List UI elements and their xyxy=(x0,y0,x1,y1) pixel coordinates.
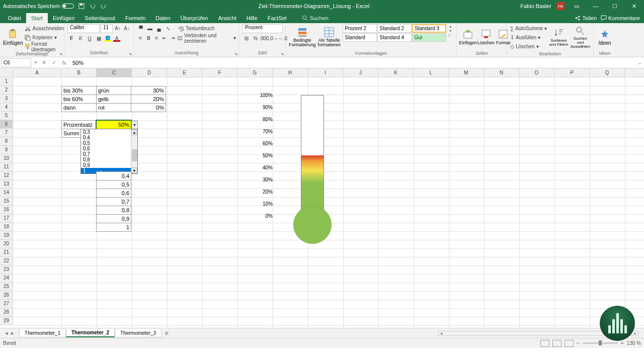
sheet-tab[interactable]: Thermometer_3 xyxy=(115,329,162,337)
undo-icon[interactable] xyxy=(89,3,96,10)
sheet-nav-prev-icon[interactable]: ◄ xyxy=(4,330,9,336)
cell-c17[interactable]: 0,9 xyxy=(96,214,131,223)
delete-cells-button[interactable]: Löschen xyxy=(478,24,494,50)
style-item[interactable]: Standard 4 xyxy=(377,33,412,42)
tab-seitenlayout[interactable]: Seitenlayout xyxy=(79,13,120,23)
font-color-button[interactable]: A xyxy=(113,34,121,42)
col-header[interactable]: E xyxy=(167,68,202,77)
scroll-up-icon[interactable]: ▲ xyxy=(131,129,137,135)
cell-c6[interactable]: 50% xyxy=(96,120,131,129)
col-header[interactable]: O xyxy=(519,68,554,77)
cell-b2[interactable]: bis 30% xyxy=(61,86,97,95)
dropdown-item[interactable]: 0,7 xyxy=(81,151,137,157)
add-sheet-button[interactable]: ⊕ xyxy=(162,329,172,337)
col-header[interactable]: K xyxy=(378,68,414,77)
col-header[interactable]: G xyxy=(237,68,273,77)
redo-icon[interactable] xyxy=(100,3,107,10)
select-all-corner[interactable] xyxy=(0,68,13,77)
insert-cells-button[interactable]: Einfügen xyxy=(460,24,476,50)
page-layout-view-icon[interactable] xyxy=(552,340,561,347)
cell-c4[interactable]: rot xyxy=(96,103,131,112)
decrease-font-icon[interactable]: A↓ xyxy=(123,24,131,32)
tab-ueberpruefen[interactable]: Überprüfen xyxy=(176,13,213,23)
cut-button[interactable]: Ausschneiden xyxy=(25,24,64,33)
style-item[interactable]: Standard 2 xyxy=(377,24,412,33)
row-header[interactable]: 21 xyxy=(0,248,13,257)
row-header[interactable]: 12 xyxy=(0,171,13,180)
dropdown-list[interactable]: 0,3 0,4 0,5 0,6 0,7 0,8 0,9 1 ▲ ▼ xyxy=(80,129,138,174)
copy-button[interactable]: Kopieren ▾ xyxy=(25,33,64,42)
cancel-formula-icon[interactable]: ✕ xyxy=(39,58,49,67)
dropdown-item[interactable]: 0,5 xyxy=(81,140,137,146)
font-size-select[interactable]: 11 xyxy=(101,24,113,33)
row-header[interactable]: 4 xyxy=(0,103,13,112)
row-header[interactable]: 11 xyxy=(0,163,13,171)
bold-button[interactable]: F xyxy=(67,34,75,42)
border-button[interactable]: ▦ xyxy=(95,34,103,42)
gallery-down-icon[interactable]: ▼ xyxy=(448,29,453,33)
tab-daten[interactable]: Daten xyxy=(150,13,175,23)
italic-button[interactable]: K xyxy=(76,34,85,42)
sheet-nav-next-icon[interactable]: ► xyxy=(10,330,15,336)
align-right-icon[interactable]: ≡ xyxy=(153,34,160,42)
normal-view-icon[interactable] xyxy=(540,340,549,347)
row-header[interactable]: 6 xyxy=(0,120,13,129)
paste-button[interactable]: Einfügen xyxy=(3,24,23,50)
dropdown-item[interactable]: 0,4 xyxy=(81,135,137,140)
cell-c12[interactable]: 0,4 xyxy=(96,171,131,180)
minimize-icon[interactable]: — xyxy=(589,1,603,11)
row-header[interactable]: 1 xyxy=(0,77,13,86)
dropdown-item[interactable]: 0,8 xyxy=(81,157,137,162)
row-header[interactable]: 7 xyxy=(0,129,13,137)
row-header[interactable]: 24 xyxy=(0,274,13,283)
dialog-launcher-icon[interactable]: ⬊ xyxy=(234,52,238,56)
col-header[interactable]: M xyxy=(449,68,484,77)
row-header[interactable]: 27 xyxy=(0,300,13,308)
row-header[interactable]: 10 xyxy=(0,154,13,163)
currency-icon[interactable]: ₪ xyxy=(243,34,251,42)
zoom-level[interactable]: 130 % xyxy=(627,340,641,346)
cell-c14[interactable]: 0,6 xyxy=(96,189,131,198)
formula-input[interactable]: 50% xyxy=(69,60,637,66)
row-header[interactable]: 2 xyxy=(0,86,13,95)
conditional-format-button[interactable]: Bedingte Formatierung xyxy=(289,24,316,50)
format-painter-button[interactable]: Format übertragen xyxy=(25,42,64,51)
cell-c15[interactable]: 0,7 xyxy=(96,197,131,206)
align-left-icon[interactable]: ≡ xyxy=(137,34,144,42)
close-icon[interactable]: ✕ xyxy=(627,1,641,11)
cell-c2[interactable]: grün xyxy=(96,86,131,95)
col-header[interactable]: P xyxy=(554,68,590,77)
style-item[interactable]: Standard xyxy=(343,33,377,42)
col-header[interactable]: F xyxy=(202,68,237,77)
cell-c16[interactable]: 0,8 xyxy=(96,206,131,215)
zoom-slider[interactable] xyxy=(583,342,618,344)
increase-font-icon[interactable]: A↑ xyxy=(114,24,122,32)
sheet-tab[interactable]: Thermometer_1 xyxy=(19,329,66,337)
row-header[interactable]: 19 xyxy=(0,231,13,240)
tab-start[interactable]: Start xyxy=(26,13,48,23)
row-header[interactable]: 16 xyxy=(0,206,13,214)
cell-c18[interactable]: 1 xyxy=(96,223,131,232)
col-header[interactable]: N xyxy=(484,68,519,77)
scroll-left-icon[interactable]: ◄ xyxy=(438,331,444,336)
dropdown-item[interactable]: 0,9 xyxy=(81,162,137,168)
cell-b3[interactable]: bis 60% xyxy=(61,95,97,104)
increase-decimal-icon[interactable]: .0→ xyxy=(270,34,278,42)
ribbon-options-icon[interactable]: ▭ xyxy=(570,1,584,11)
tab-factset[interactable]: FactSet xyxy=(263,13,292,23)
name-box-dropdown-icon[interactable]: ▼ xyxy=(32,60,39,65)
col-header[interactable]: Q xyxy=(590,68,625,77)
row-header[interactable]: 28 xyxy=(0,308,13,317)
row-header[interactable]: 15 xyxy=(0,197,13,206)
dropdown-scrollbar[interactable]: ▲ ▼ xyxy=(131,129,137,173)
scroll-right-icon[interactable]: ► xyxy=(632,331,638,336)
tell-me-search[interactable]: Suchen xyxy=(302,15,329,23)
col-header[interactable]: D xyxy=(132,68,167,77)
dialog-launcher-icon[interactable]: ⬊ xyxy=(59,52,63,56)
dropdown-item[interactable]: 0,6 xyxy=(81,146,137,151)
user-name[interactable]: Fabio Basler xyxy=(520,3,551,9)
scroll-down-icon[interactable]: ▼ xyxy=(131,167,137,173)
percent-icon[interactable]: % xyxy=(252,34,260,42)
autosave-toggle[interactable]: Automatisches Speichern xyxy=(3,4,74,9)
align-center-icon[interactable]: ≣ xyxy=(145,34,152,42)
